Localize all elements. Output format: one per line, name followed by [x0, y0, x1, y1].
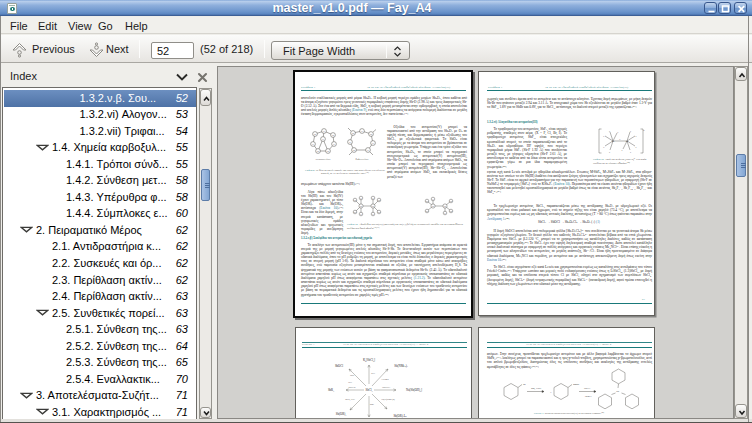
svg-text:K2[SbCl5]: K2[SbCl5]	[363, 358, 375, 362]
svg-text:MgBr: MgBr	[573, 383, 579, 386]
svg-text:σεναρμοντίτης: σεναρμοντίτης	[316, 157, 331, 160]
svg-text:Sb: Sb	[612, 140, 615, 143]
svg-text:Sb: Sb	[444, 204, 446, 206]
svg-text:H2O: H2O	[350, 374, 354, 376]
svg-text:F: F	[603, 146, 605, 149]
svg-text:F: F	[617, 131, 619, 134]
svg-text:F: F	[609, 130, 611, 133]
svg-text:Sb: Sb	[327, 149, 329, 151]
svg-text:F: F	[636, 146, 638, 149]
svg-text:Sb: Sb	[370, 132, 372, 134]
svg-text:Sb: Sb	[372, 204, 374, 206]
svg-text:NaOCH3: NaOCH3	[382, 386, 390, 388]
svg-text:F: F	[630, 130, 632, 133]
svg-text:SbCl3: SbCl3	[365, 388, 372, 392]
svg-text:F: F	[609, 151, 611, 154]
svg-text:Sb(NMe2)3: Sb(NMe2)3	[394, 364, 407, 368]
svg-text:Sb: Sb	[314, 132, 316, 134]
svg-text:βαλεντινίτης: βαλεντινίτης	[356, 157, 369, 160]
svg-text:F: F	[603, 135, 605, 138]
svg-text:Sb: Sb	[626, 140, 629, 143]
svg-text:F: F	[630, 151, 632, 154]
svg-text:base: base	[370, 403, 374, 405]
svg-text:Sb: Sb	[317, 149, 319, 151]
svg-text:ROH, NH3: ROH, NH3	[345, 398, 355, 401]
svg-text:SbOCl: SbOCl	[335, 364, 343, 368]
svg-text:2-: 2-	[643, 129, 645, 131]
svg-text:3: 3	[550, 391, 552, 394]
svg-text:HCl: HCl	[348, 381, 352, 383]
svg-text:Sb: Sb	[332, 133, 334, 135]
svg-text:Sb(OR)3L2: Sb(OR)3L2	[393, 414, 406, 418]
svg-text:Sb: Sb	[360, 204, 362, 206]
svg-text:F: F	[636, 135, 638, 138]
svg-text:Sb: Sb	[353, 148, 355, 150]
svg-text:LiNMe2: LiNMe2	[381, 378, 388, 380]
svg-text:-MgCl: -MgCl	[585, 395, 592, 398]
svg-text:SbCl3: SbCl3	[584, 387, 590, 390]
svg-text:Mg, Et2O: Mg, Et2O	[531, 387, 541, 390]
svg-text:Sb: Sb	[432, 204, 434, 206]
svg-text:Br: Br	[523, 383, 526, 386]
svg-text:Na[Sb(OH)6]: Na[Sb(OH)6]	[406, 388, 422, 392]
svg-text:Sb: Sb	[616, 390, 619, 393]
svg-text:SbR3: SbR3	[328, 388, 334, 392]
svg-text:Sb(OR)3: Sb(OR)3	[336, 412, 346, 416]
svg-text:F: F	[619, 138, 621, 141]
svg-text:KCl: KCl	[371, 372, 375, 374]
svg-text:Sb: Sb	[352, 131, 354, 133]
svg-text:F: F	[622, 149, 624, 152]
svg-text:SbH3/R: SbH3/R	[349, 386, 356, 388]
svg-text:Na[N(SiMe3)2]: Na[N(SiMe3)2]	[381, 398, 395, 401]
